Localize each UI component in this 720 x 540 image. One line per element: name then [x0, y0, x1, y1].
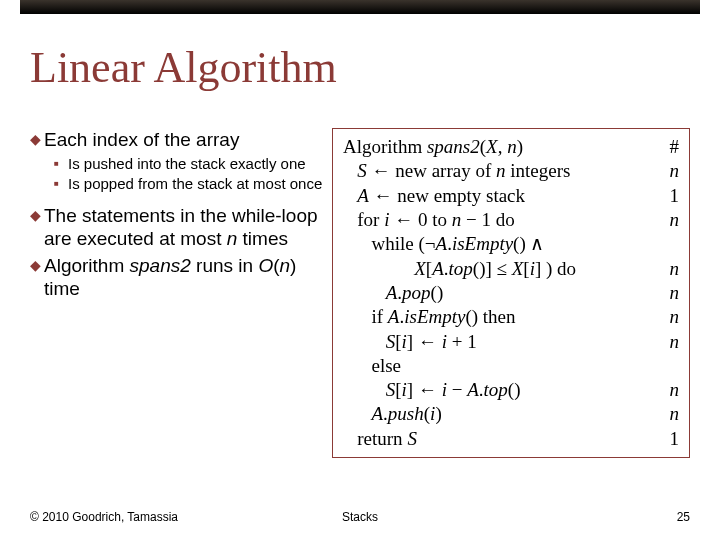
bullet-1: ◆ Each index of the array — [30, 128, 330, 151]
sub-bullet-2: ■ Is popped from the stack at most once — [54, 175, 330, 193]
algo-line-10: S[i] ← i − A.top() n — [343, 378, 679, 402]
bullet-1-text: Each index of the array — [44, 128, 330, 151]
footer-page-number: 25 — [677, 510, 690, 524]
algo-line-3: for i ← 0 to n − 1 do n — [343, 208, 679, 232]
bullet-3: ◆ Algorithm spans2 runs in O(n) time — [30, 254, 330, 300]
sub-bullet-2-text: Is popped from the stack at most once — [68, 175, 330, 193]
bullet-icon: ◆ — [30, 128, 44, 151]
algo-line-5: X[A.top()] ≤ X[i] ) do n — [343, 257, 679, 281]
bullet-2: ◆ The statements in the while-loop are e… — [30, 204, 330, 250]
algo-line-9: else — [343, 354, 679, 378]
footer-topic: Stacks — [0, 510, 720, 524]
bullet-1-sublist: ■ Is pushed into the stack exactly one ■… — [54, 155, 330, 194]
bullet-icon: ◆ — [30, 254, 44, 300]
square-icon: ■ — [54, 175, 68, 193]
algo-line-1: S ← new array of n integers n — [343, 159, 679, 183]
algo-line-7: if A.isEmpty() then n — [343, 305, 679, 329]
bullet-3-text: Algorithm spans2 runs in O(n) time — [44, 254, 330, 300]
slide-content: ◆ Each index of the array ■ Is pushed in… — [30, 128, 690, 490]
bullet-icon: ◆ — [30, 204, 44, 250]
right-column: Algorithm spans2(X, n) # S ← new array o… — [332, 128, 690, 490]
algo-line-4: while (¬A.isEmpty() ∧ — [343, 232, 679, 256]
algorithm-box: Algorithm spans2(X, n) # S ← new array o… — [332, 128, 690, 458]
square-icon: ■ — [54, 155, 68, 173]
slide-title: Linear Algorithm — [30, 42, 337, 93]
sub-bullet-1: ■ Is pushed into the stack exactly one — [54, 155, 330, 173]
algo-line-2: A ← new empty stack 1 — [343, 184, 679, 208]
algo-line-0: Algorithm spans2(X, n) # — [343, 135, 679, 159]
algo-line-12: return S 1 — [343, 427, 679, 451]
algo-line-11: A.push(i) n — [343, 402, 679, 426]
decorative-top-bar — [20, 0, 700, 14]
bullet-2-text: The statements in the while-loop are exe… — [44, 204, 330, 250]
algo-line-6: A.pop() n — [343, 281, 679, 305]
sub-bullet-1-text: Is pushed into the stack exactly one — [68, 155, 330, 173]
algo-line-8: S[i] ← i + 1 n — [343, 330, 679, 354]
left-column: ◆ Each index of the array ■ Is pushed in… — [30, 128, 330, 490]
